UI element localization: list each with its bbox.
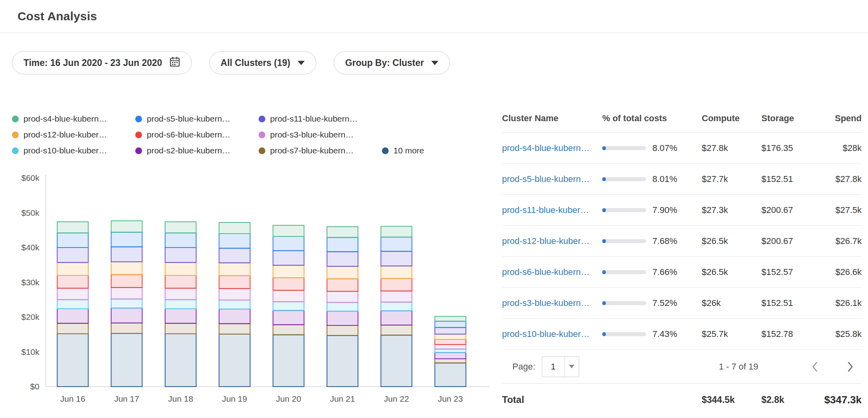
bar-segment[interactable] — [57, 233, 88, 248]
page-select[interactable]: 1 — [542, 356, 579, 377]
bar-segment[interactable] — [381, 311, 412, 325]
time-range-filter[interactable]: Time: 16 Jun 2020 - 23 Jun 2020 — [12, 51, 192, 74]
legend-item[interactable]: prod-s3-blue-kubern… — [259, 130, 382, 139]
bar-segment[interactable] — [165, 288, 196, 300]
cluster-link[interactable]: prod-s5-blue-kubern… — [502, 174, 602, 184]
bar-segment[interactable] — [219, 276, 250, 288]
bar-segment[interactable] — [327, 266, 358, 279]
bar-segment[interactable] — [219, 288, 250, 300]
bar-segment[interactable] — [57, 248, 88, 263]
bar-segment[interactable] — [57, 222, 88, 233]
bar-segment[interactable] — [111, 221, 142, 232]
bar-segment[interactable] — [111, 232, 142, 247]
bar-segment[interactable] — [435, 352, 466, 359]
bar-segment[interactable] — [219, 263, 250, 276]
cluster-link[interactable]: prod-s4-blue-kubern… — [502, 143, 602, 153]
bar-segment[interactable] — [219, 334, 250, 387]
bar-segment[interactable] — [219, 223, 250, 234]
cluster-link[interactable]: prod-s6-blue-kubern… — [502, 267, 602, 277]
legend-item[interactable]: prod-s12-blue-kuber… — [12, 130, 135, 139]
cluster-link[interactable]: prod-s12-blue-kuber… — [502, 236, 602, 246]
bar-segment[interactable] — [381, 302, 412, 311]
bar-segment[interactable] — [381, 266, 412, 279]
bar-segment[interactable] — [327, 302, 358, 311]
bar-segment[interactable] — [327, 227, 358, 238]
bar-segment[interactable] — [57, 334, 88, 387]
bar-segment[interactable] — [111, 323, 142, 333]
bar-segment[interactable] — [273, 236, 304, 251]
bar-segment[interactable] — [381, 226, 412, 237]
bar-segment[interactable] — [111, 247, 142, 262]
bar-segment[interactable] — [165, 233, 196, 248]
bar-segment[interactable] — [381, 279, 412, 291]
bar-segment[interactable] — [381, 252, 412, 266]
bar-segment[interactable] — [327, 325, 358, 335]
bar-segment[interactable] — [111, 275, 142, 287]
bar-segment[interactable] — [327, 279, 358, 292]
legend-item[interactable]: prod-s10-blue-kuber… — [12, 146, 135, 155]
legend-item[interactable]: prod-s6-blue-kubern… — [135, 130, 259, 139]
bar-segment[interactable] — [435, 349, 466, 353]
bar-segment[interactable] — [381, 325, 412, 335]
bar-segment[interactable] — [111, 308, 142, 323]
bar-segment[interactable] — [327, 238, 358, 252]
bar-segment[interactable] — [57, 275, 88, 288]
bar-segment[interactable] — [273, 335, 304, 387]
bar-segment[interactable] — [165, 248, 196, 263]
bar-segment[interactable] — [381, 291, 412, 302]
bar-segment[interactable] — [219, 324, 250, 334]
bar-segment[interactable] — [435, 334, 466, 339]
bar-segment[interactable] — [165, 334, 196, 387]
bar-segment[interactable] — [111, 333, 142, 387]
bar-segment[interactable] — [165, 275, 196, 288]
next-page-button[interactable] — [842, 358, 859, 375]
cost-stacked-bar-chart[interactable]: $0$10k$20k$30k$40k$50k$60kJun 16Jun 17Ju… — [12, 164, 493, 407]
cluster-link[interactable]: prod-s3-blue-kubern… — [502, 298, 602, 308]
bar-segment[interactable] — [111, 262, 142, 275]
bar-segment[interactable] — [111, 288, 142, 299]
bar-segment[interactable] — [435, 339, 466, 344]
bar-segment[interactable] — [273, 225, 304, 236]
bar-segment[interactable] — [273, 302, 304, 311]
bar-segment[interactable] — [165, 222, 196, 233]
bar-segment[interactable] — [273, 310, 304, 325]
bar-segment[interactable] — [273, 278, 304, 290]
group-by-filter[interactable]: Group By: Cluster — [334, 51, 450, 74]
bar-segment[interactable] — [165, 263, 196, 275]
legend-item[interactable]: prod-s4-blue-kubern… — [12, 114, 135, 124]
legend-item[interactable]: prod-s7-blue-kubern… — [259, 146, 382, 155]
bar-segment[interactable] — [435, 321, 466, 328]
bar-segment[interactable] — [381, 335, 412, 387]
bar-segment[interactable] — [57, 263, 88, 275]
bar-segment[interactable] — [327, 291, 358, 302]
bar-segment[interactable] — [327, 335, 358, 387]
bar-segment[interactable] — [327, 311, 358, 325]
cluster-link[interactable]: prod-s11-blue-kuber… — [502, 205, 602, 215]
bar-segment[interactable] — [219, 309, 250, 324]
legend-item[interactable]: 10 more — [382, 146, 424, 155]
bar-segment[interactable] — [57, 288, 88, 300]
cluster-link[interactable]: prod-s10-blue-kuber… — [502, 329, 602, 339]
bar-segment[interactable] — [381, 237, 412, 252]
bar-segment[interactable] — [57, 300, 88, 309]
bar-segment[interactable] — [219, 248, 250, 263]
bar-segment[interactable] — [165, 323, 196, 334]
bar-segment[interactable] — [435, 316, 466, 321]
bar-segment[interactable] — [273, 265, 304, 278]
bar-segment[interactable] — [165, 309, 196, 323]
legend-item[interactable]: prod-s11-blue-kubern… — [259, 114, 382, 124]
legend-item[interactable]: prod-s5-blue-kubern… — [135, 114, 259, 124]
bar-segment[interactable] — [273, 325, 304, 335]
prev-page-button[interactable] — [806, 358, 823, 375]
bar-segment[interactable] — [165, 300, 196, 309]
bar-segment[interactable] — [219, 234, 250, 248]
bar-segment[interactable] — [219, 300, 250, 309]
clusters-filter[interactable]: All Clusters (19) — [209, 51, 316, 74]
bar-segment[interactable] — [435, 344, 466, 349]
bar-segment[interactable] — [111, 299, 142, 308]
bar-segment[interactable] — [327, 252, 358, 267]
bar-segment[interactable] — [57, 309, 88, 323]
bar-segment[interactable] — [273, 251, 304, 265]
bar-segment[interactable] — [435, 327, 466, 334]
bar-segment[interactable] — [435, 359, 466, 363]
